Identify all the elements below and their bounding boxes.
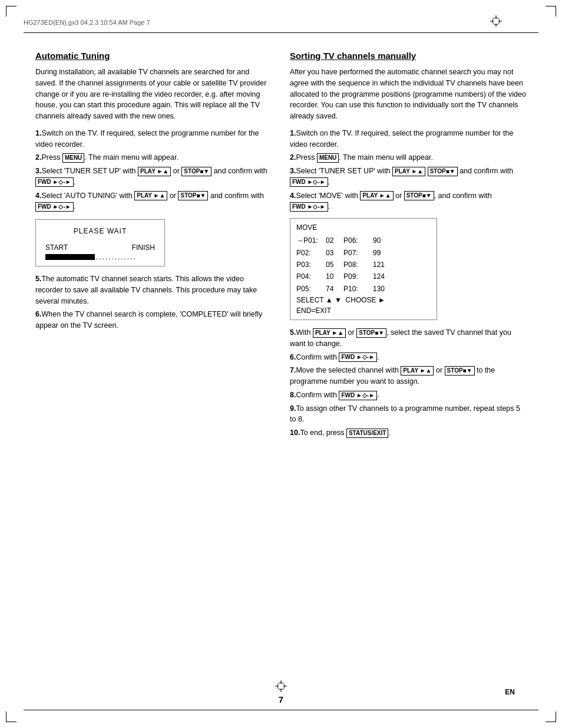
move-cell: 05 (326, 259, 343, 271)
move-cell: 121 (373, 259, 396, 271)
move-cell: P02: (296, 247, 326, 259)
stop-button-label2: STOP■▼ (178, 191, 208, 200)
list-item: 1.Switch on the TV. If required, select … (35, 128, 272, 150)
list-item: 6.When the TV channel search is complete… (35, 309, 272, 331)
progress-labels: START FINISH (45, 243, 155, 252)
move-end-line: END=EXIT (296, 305, 431, 316)
top-border (24, 32, 538, 33)
main-content: Automatic Tuning During installation, al… (35, 51, 527, 444)
progress-bar: ............. (45, 254, 155, 260)
corner-mark-br (546, 711, 556, 722)
play-btn-r3: PLAY ►▲ (313, 328, 346, 338)
footer-crosshair: 7 (274, 679, 288, 704)
move-cell: P04: (296, 271, 326, 282)
move-select-line: SELECT ▲ ▼ CHOOSE ► (296, 295, 431, 305)
finish-label: FINISH (132, 243, 155, 252)
right-steps-list-2: 5.With PLAY ►▲ or STOP■▼, select the sav… (290, 327, 527, 439)
move-cell: P06: (343, 235, 373, 246)
progress-dots: ............. (95, 254, 155, 260)
list-item: 8.Confirm with FWD ►◇-►. (290, 390, 527, 401)
move-cell: 02 (326, 235, 343, 246)
move-cell: 74 (326, 283, 343, 295)
left-column: Automatic Tuning During installation, al… (35, 51, 272, 444)
stop-btn-r3: STOP■▼ (356, 328, 386, 338)
move-grid: →P01:02P06:90 P02:03P07:99 P03:05P08:121… (296, 235, 431, 295)
move-cell: 99 (373, 247, 396, 259)
stop-btn-r1: STOP■▼ (428, 167, 458, 176)
fwd-button-label2: FWD ►◇-► (35, 202, 74, 212)
move-cell: →P01: (296, 235, 326, 246)
play-btn-r1: PLAY ►▲ (392, 167, 425, 176)
play-button-label: PLAY ►▲ (138, 167, 171, 176)
list-item: 1.Switch on the TV. If required, select … (290, 128, 527, 150)
progress-box: PLEASE WAIT START FINISH ............. (35, 219, 165, 266)
list-item: 2.Press MENU. The main menu will appear. (290, 152, 527, 163)
start-label: START (45, 243, 68, 252)
menu-btn-r: MENU (317, 153, 339, 163)
list-item: 5.With PLAY ►▲ or STOP■▼, select the sav… (290, 327, 527, 350)
menu-button-label: MENU (62, 153, 84, 163)
bottom-border (24, 710, 538, 710)
left-steps-list-2: 5.The automatic TV channel search starts… (35, 274, 272, 331)
status-exit-btn: STATUS/EXIT (346, 429, 389, 438)
list-item: 3.Select 'TUNER SET UP' with PLAY ►▲ STO… (290, 166, 527, 188)
move-cell: P07: (343, 247, 373, 259)
play-button-label2: PLAY ►▲ (134, 191, 167, 200)
list-item: 7.Move the selected channel with PLAY ►▲… (290, 365, 527, 387)
fwd-button-label: FWD ►◇-► (35, 177, 74, 187)
move-cell: 03 (326, 247, 343, 259)
play-btn-r4: PLAY ►▲ (401, 366, 434, 375)
list-item: 5.The automatic TV channel search starts… (35, 274, 272, 307)
move-cell: P09: (343, 271, 373, 282)
left-body-text: During installation, all available TV ch… (35, 67, 272, 122)
left-section-title: Automatic Tuning (35, 51, 272, 61)
play-btn-r2: PLAY ►▲ (360, 191, 393, 200)
list-item: 6.Confirm with FWD ►◇-►. (290, 352, 527, 363)
please-wait-text: PLEASE WAIT (45, 227, 155, 235)
footer: 7 EN (0, 679, 562, 704)
move-cell: P05: (296, 283, 326, 295)
move-cell: P10: (343, 283, 373, 295)
move-cell: 130 (373, 283, 396, 295)
list-item: 10.To end, press STATUS/EXIT. (290, 427, 527, 439)
move-box: MOVE →P01:02P06:90 P02:03P07:99 P03:05P0… (290, 218, 437, 320)
list-item: 9.To assign other TV channels to a progr… (290, 403, 527, 426)
list-item: 2.Press MENU. The main menu will appear. (35, 152, 272, 163)
progress-filled (45, 254, 95, 260)
right-section-title: Sorting TV channels manually (290, 51, 527, 61)
corner-mark-tr (546, 6, 556, 17)
move-cell: 10 (326, 271, 343, 282)
right-column: Sorting TV channels manually After you h… (290, 51, 527, 444)
fwd-btn-r1: FWD ►◇-► (290, 177, 328, 187)
move-title: MOVE (296, 222, 431, 233)
right-steps-list: 1.Switch on the TV. If required, select … (290, 128, 527, 212)
corner-mark-tl (6, 6, 16, 17)
fwd-btn-r4: FWD ►◇-► (339, 391, 377, 400)
stop-btn-r2: STOP■▼ (404, 191, 434, 200)
move-cell: 124 (373, 271, 396, 282)
move-cell: P03: (296, 259, 326, 271)
corner-mark-bl (6, 711, 16, 722)
header-meta: HG273ED(EN).gx3 04.2.3 10:54 AM Page 7 (24, 19, 150, 26)
list-item: 4.Select 'AUTO TUNING' with PLAY ►▲ or S… (35, 190, 272, 213)
list-item: 4.Select 'MOVE' with PLAY ►▲ or STOP■▼, … (290, 190, 527, 213)
header-crosshair (489, 14, 503, 30)
left-steps-list: 1.Switch on the TV. If required, select … (35, 128, 272, 212)
language-label: EN (505, 688, 515, 696)
page-number: 7 (279, 694, 283, 704)
list-item: 3.Select 'TUNER SET UP' with PLAY ►▲ or … (35, 166, 272, 188)
fwd-btn-r3: FWD ►◇-► (339, 353, 377, 362)
right-body-text: After you have performed the automatic c… (290, 67, 527, 122)
stop-btn-r4: STOP■▼ (445, 366, 475, 375)
move-cell: P08: (343, 259, 373, 271)
move-cell: 90 (373, 235, 396, 246)
fwd-btn-r2: FWD ►◇-► (290, 202, 328, 212)
stop-button-label: STOP■▼ (181, 167, 211, 176)
